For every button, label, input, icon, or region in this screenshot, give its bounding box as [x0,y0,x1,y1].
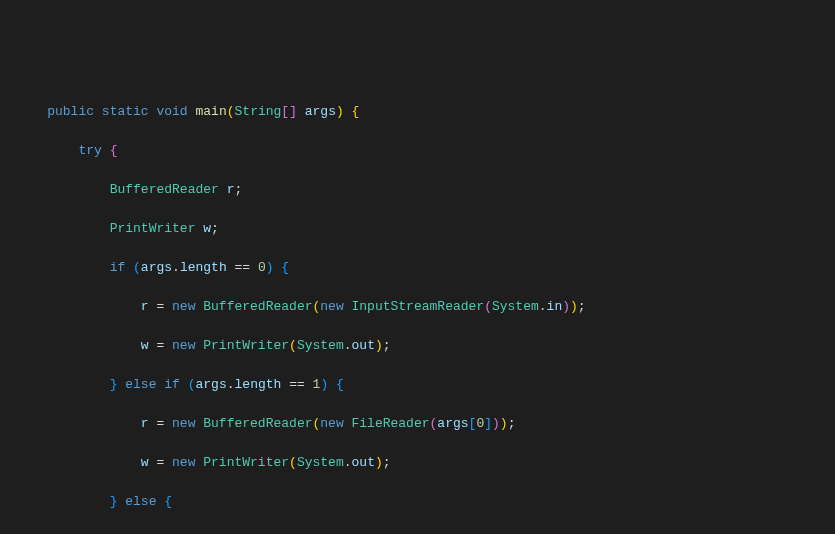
code-line: r = new BufferedReader(new FileReader(ar… [0,531,835,535]
code-line: public static void main(String[] args) { [0,102,835,122]
code-line: BufferedReader r; [0,180,835,200]
code-line: } else if (args.length == 1) { [0,375,835,395]
code-line: if (args.length == 0) { [0,258,835,278]
code-line: r = new BufferedReader(new InputStreamRe… [0,297,835,317]
code-line: } else { [0,492,835,512]
code-line: w = new PrintWriter(System.out); [0,336,835,356]
code-line: w = new PrintWriter(System.out); [0,453,835,473]
code-editor[interactable]: public static void main(String[] args) {… [0,82,835,534]
code-line: PrintWriter w; [0,219,835,239]
code-line: try { [0,141,835,161]
code-line: r = new BufferedReader(new FileReader(ar… [0,414,835,434]
